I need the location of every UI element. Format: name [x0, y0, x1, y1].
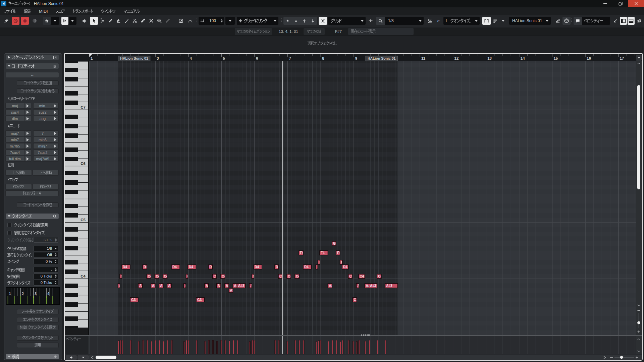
midi-input-button[interactable]: [562, 17, 571, 25]
midi-note[interactable]: G3: [130, 298, 138, 302]
add-chord-track-button[interactable]: [17, 80, 59, 86]
toolbar-setup-button[interactable]: [636, 17, 642, 25]
drop-2-button[interactable]: [5, 184, 32, 190]
piano-key-black-Fs6[interactable]: [65, 133, 78, 138]
piano-key-black-Fs7[interactable]: [65, 77, 78, 81]
chord-4note-min7[interactable]: min7: [5, 137, 31, 142]
toolbar-move-down-button[interactable]: [292, 17, 300, 25]
add-controller-lane-button[interactable]: [66, 355, 77, 360]
piano-key-black-Gs5[interactable]: [65, 180, 78, 185]
spinner-icon[interactable]: [55, 275, 57, 278]
velocity-bar[interactable]: [186, 340, 187, 354]
spinner-icon[interactable]: [55, 268, 57, 272]
insert-velocity-field[interactable]: [582, 17, 610, 25]
chord-triad-sus2[interactable]: sus2: [33, 109, 59, 115]
scale-assistant-header[interactable]: [6, 55, 59, 60]
horizontal-zoom-control[interactable]: [609, 355, 640, 360]
tuplet-quantize-field[interactable]: Off: [34, 252, 58, 258]
velocity-bar[interactable]: [143, 340, 144, 354]
chord-play-icon[interactable]: [52, 156, 58, 161]
chord-play-icon[interactable]: [52, 103, 58, 108]
edit-active-part-button[interactable]: [491, 17, 499, 25]
velocity-bar[interactable]: [359, 340, 360, 354]
horizontal-scrollbar[interactable]: [89, 355, 642, 360]
nudge-settings-field[interactable]: 100: [199, 17, 224, 25]
show-controller-lanes-button[interactable]: [628, 17, 635, 25]
chord-play-icon[interactable]: [52, 110, 58, 115]
iterative-quantize-button[interactable]: [426, 17, 434, 25]
chord-edit-header[interactable]: [6, 63, 59, 69]
minimize-button[interactable]: [598, 0, 613, 7]
ruler-part-label-start[interactable]: HALion Sonic 01: [118, 56, 150, 61]
quantize-ends-button[interactable]: [17, 317, 59, 322]
velocity-bar[interactable]: [365, 341, 366, 354]
menu-transport[interactable]: [69, 7, 97, 15]
toolbar-mute-tool[interactable]: [147, 17, 155, 25]
velocity-bar[interactable]: [287, 341, 288, 354]
velocity-bar[interactable]: [130, 340, 131, 354]
velocity-bar[interactable]: [205, 341, 206, 354]
insert-velocity-icon-button[interactable]: [574, 17, 582, 25]
chord-4note-maj7[interactable]: maj7: [5, 130, 31, 136]
toolbar-move-down-more-button[interactable]: [309, 17, 317, 25]
velocity-bar[interactable]: [225, 340, 226, 354]
active-part-dropdown[interactable]: HALion Sonic 01: [509, 17, 551, 25]
quantize-strength-field[interactable]: 60 %: [34, 237, 58, 243]
velocity-bar[interactable]: [237, 340, 238, 354]
toolbar-move-up-button[interactable]: [284, 17, 291, 25]
velocity-bar[interactable]: [252, 340, 253, 354]
quantize-note-length-button[interactable]: [17, 309, 59, 314]
nudge-dropdown[interactable]: [225, 17, 235, 25]
midi-note[interactable]: D4: [303, 265, 311, 269]
velocity-bar[interactable]: [138, 341, 139, 354]
midi-note[interactable]: A#3: [237, 284, 245, 288]
catch-range-field[interactable]: -: [34, 267, 58, 273]
toolbar-split-tool[interactable]: [131, 17, 139, 25]
length-quantize-dropdown[interactable]: L: [443, 17, 480, 25]
velocity-bar[interactable]: [120, 340, 121, 354]
velocity-bar[interactable]: [377, 340, 378, 354]
piano-key-black-Fs5[interactable]: [65, 190, 78, 194]
piano-key-black-As7[interactable]: [65, 61, 78, 63]
autoscroll-dropdown[interactable]: [68, 17, 76, 25]
piano-key-black-Cs5[interactable]: [65, 213, 78, 218]
chord-play-icon[interactable]: [24, 116, 31, 121]
drop-2-4-button[interactable]: [5, 190, 59, 196]
velocity-bar[interactable]: [159, 340, 160, 354]
pin-editor-button[interactable]: [3, 17, 10, 25]
velocity-bar[interactable]: [357, 342, 358, 354]
checkbox-soft-quantize[interactable]: [7, 231, 12, 235]
piano-key-black-Cs7[interactable]: [65, 101, 78, 105]
maximize-button[interactable]: [613, 0, 628, 7]
chord-triad-min[interactable]: min.: [33, 103, 59, 109]
midi-note[interactable]: C4: [295, 274, 300, 279]
chord-triad-maj[interactable]: maj: [5, 103, 31, 109]
chord-play-icon[interactable]: [52, 143, 58, 148]
velocity-bar[interactable]: [118, 341, 119, 354]
velocity-bar[interactable]: [332, 340, 333, 354]
velocity-bar[interactable]: [122, 340, 123, 354]
acoustic-pitch-button[interactable]: [80, 17, 88, 25]
menu-scores[interactable]: [52, 7, 69, 15]
velocity-bar[interactable]: [233, 340, 234, 354]
chord-play-icon[interactable]: [24, 103, 31, 108]
piano-key-black-Gs6[interactable]: [65, 124, 78, 128]
menu-window[interactable]: [97, 7, 120, 15]
toolbar-line-tool[interactable]: [164, 17, 172, 25]
transpose-header[interactable]: [6, 354, 59, 359]
velocity-bar[interactable]: [229, 341, 230, 354]
midi-note[interactable]: D4: [342, 265, 348, 269]
velocity-bar[interactable]: [278, 340, 279, 354]
toolbar-trim-tool[interactable]: [123, 17, 131, 25]
freeze-midi-quantize-button[interactable]: [17, 325, 59, 330]
chord-4note-7[interactable]: 7: [33, 130, 59, 136]
show-part-borders-button[interactable]: [482, 17, 491, 25]
chord-triad-aug[interactable]: aug: [33, 116, 59, 121]
velocity-bar[interactable]: [342, 340, 343, 354]
quantize-panel-header[interactable]: [6, 214, 59, 219]
quantize-preset-dropdown[interactable]: 1/8: [385, 17, 424, 25]
scroll-right-arrow-icon[interactable]: [602, 355, 606, 359]
midi-note[interactable]: A#3: [385, 284, 397, 288]
midi-note[interactable]: D4: [122, 265, 130, 269]
velocity-bar[interactable]: [254, 340, 255, 354]
